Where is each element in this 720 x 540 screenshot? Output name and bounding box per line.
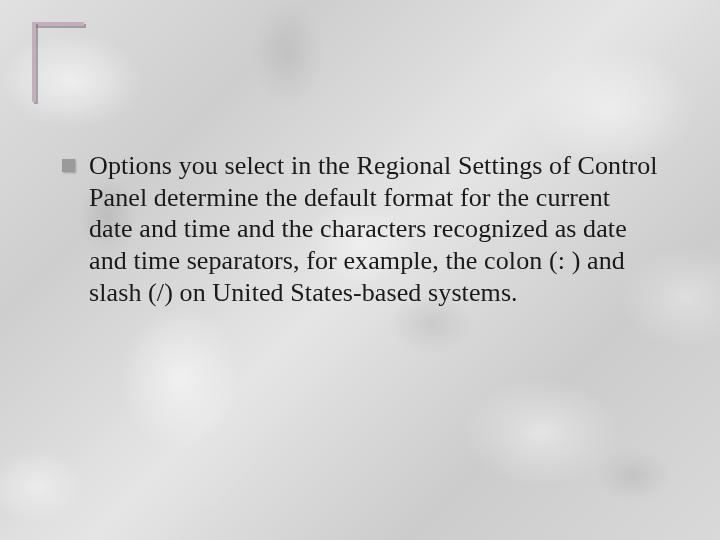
corner-left-bar [32, 22, 36, 102]
bullet-row: Options you select in the Regional Setti… [62, 150, 660, 309]
corner-top-bar [32, 22, 84, 26]
bullet-text: Options you select in the Regional Setti… [89, 150, 660, 309]
square-bullet-icon [62, 159, 75, 172]
corner-decoration [32, 22, 84, 102]
